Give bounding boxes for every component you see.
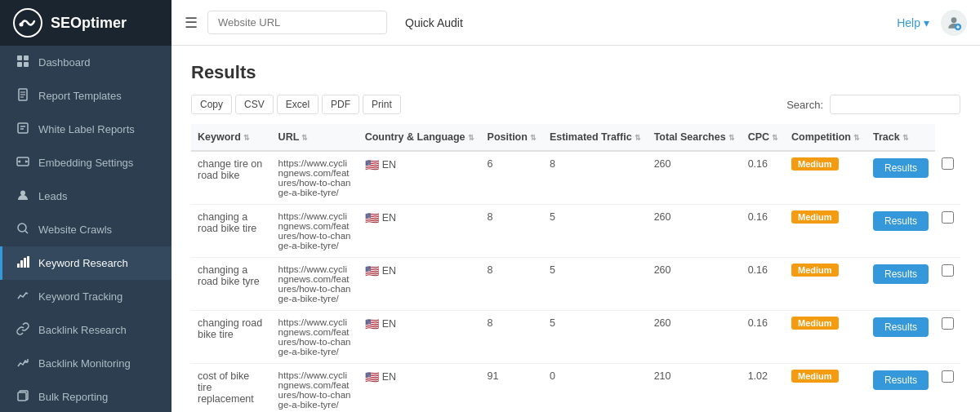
- track-cell: [935, 364, 960, 413]
- results-button[interactable]: Results: [873, 211, 929, 231]
- svg-rect-21: [18, 392, 26, 401]
- country-cell: 🇺🇸EN: [359, 311, 481, 364]
- keyword-cell: change tire on road bike: [191, 151, 272, 205]
- sidebar-item-embedding-settings[interactable]: Embedding Settings: [0, 146, 172, 179]
- position-cell: 91: [481, 364, 543, 413]
- svg-point-12: [20, 191, 25, 196]
- hamburger-icon[interactable]: ☰: [185, 14, 198, 32]
- sidebar-item-keyword-research[interactable]: Keyword Research: [0, 246, 172, 280]
- competition-badge: Medium: [791, 264, 839, 277]
- col-header-cpc[interactable]: CPC⇅: [742, 124, 785, 151]
- url-input[interactable]: [207, 11, 387, 34]
- language-label: EN: [382, 159, 396, 171]
- col-header-estimated-traffic[interactable]: Estimated Traffic⇅: [543, 124, 648, 151]
- cpc-cell: 0.16: [742, 258, 785, 311]
- sidebar-item-label: Embedding Settings: [38, 157, 133, 169]
- sidebar-nav: DashboardReport TemplatesWhite Label Rep…: [0, 46, 172, 412]
- search-bar: Search:: [786, 95, 960, 114]
- sidebar-item-backlink-research[interactable]: Backlink Research: [0, 313, 172, 347]
- table-row: changing road bike tire https://www.cycl…: [191, 311, 960, 364]
- sidebar-item-keyword-tracking[interactable]: Keyword Tracking: [0, 280, 172, 313]
- competition-cell: Medium: [785, 258, 866, 311]
- sidebar-item-bulk-reporting[interactable]: Bulk Reporting: [0, 380, 172, 412]
- sidebar-item-white-label-reports[interactable]: White Label Reports: [0, 113, 172, 146]
- track-checkbox[interactable]: [942, 264, 954, 277]
- country-cell: 🇺🇸EN: [359, 151, 481, 205]
- col-header-competition[interactable]: Competition⇅: [785, 124, 866, 151]
- backlink-monitoring-icon: [16, 356, 30, 371]
- sidebar-item-label: Bulk Reporting: [38, 391, 108, 403]
- results-button[interactable]: Results: [873, 158, 929, 178]
- track-cell: [935, 151, 960, 205]
- col-header-position[interactable]: Position⇅: [481, 124, 543, 151]
- svg-rect-2: [17, 55, 22, 60]
- track-checkbox[interactable]: [942, 317, 954, 330]
- results-button[interactable]: Results: [873, 264, 929, 284]
- results-table: Keyword⇅URL⇅Country & Language⇅Position⇅…: [191, 124, 960, 412]
- results-cell: Results: [866, 205, 935, 258]
- keyword-cell: changing a road bike tire: [191, 205, 272, 258]
- svg-rect-10: [18, 123, 28, 133]
- searches-cell: 260: [648, 311, 742, 364]
- sidebar-item-label: Leads: [38, 190, 67, 202]
- report-templates-icon: [16, 88, 30, 104]
- sidebar-item-dashboard[interactable]: Dashboard: [0, 46, 172, 79]
- track-checkbox[interactable]: [942, 157, 954, 170]
- sidebar-item-label: Dashboard: [38, 56, 91, 69]
- sidebar-item-backlink-monitoring[interactable]: Backlink Monitoring: [0, 347, 172, 380]
- cpc-cell: 0.16: [742, 205, 785, 258]
- backlink-research-icon: [16, 322, 30, 338]
- col-header-url[interactable]: URL⇅: [272, 124, 359, 151]
- results-cell: Results: [866, 311, 935, 364]
- country-cell: 🇺🇸EN: [359, 258, 481, 311]
- cpc-cell: 0.16: [742, 151, 785, 205]
- export-pdf-button[interactable]: PDF: [322, 95, 359, 114]
- search-input[interactable]: [830, 95, 960, 114]
- results-button[interactable]: Results: [873, 370, 929, 390]
- export-csv-button[interactable]: CSV: [235, 95, 274, 114]
- search-label: Search:: [786, 99, 823, 111]
- flag-icon: 🇺🇸: [365, 317, 379, 330]
- sidebar-item-leads[interactable]: Leads: [0, 179, 172, 213]
- results-cell: Results: [866, 364, 935, 413]
- quick-audit-button[interactable]: Quick Audit: [397, 11, 471, 34]
- flag-icon: 🇺🇸: [365, 370, 379, 383]
- help-label: Help: [897, 16, 920, 29]
- keyword-tracking-icon: [16, 289, 30, 304]
- flag-icon: 🇺🇸: [365, 158, 379, 171]
- track-cell: [935, 258, 960, 311]
- track-cell: [935, 205, 960, 258]
- user-avatar[interactable]: [941, 10, 967, 36]
- help-button[interactable]: Help ▾: [897, 16, 929, 29]
- svg-point-1: [20, 23, 24, 27]
- export-buttons: CopyCSVExcelPDFPrint: [191, 95, 401, 114]
- svg-rect-4: [17, 62, 22, 67]
- col-header-keyword[interactable]: Keyword⇅: [191, 124, 272, 151]
- export-copy-button[interactable]: Copy: [191, 95, 232, 114]
- export-print-button[interactable]: Print: [363, 95, 401, 114]
- svg-rect-17: [24, 258, 26, 268]
- table-header: Keyword⇅URL⇅Country & Language⇅Position⇅…: [191, 124, 960, 151]
- track-checkbox[interactable]: [942, 211, 954, 224]
- position-cell: 8: [481, 205, 543, 258]
- sidebar-item-label: Keyword Research: [38, 257, 128, 269]
- sidebar-item-label: Keyword Tracking: [38, 290, 122, 303]
- col-header-country--language[interactable]: Country & Language⇅: [359, 124, 481, 151]
- content-area: Results CopyCSVExcelPDFPrint Search: Key…: [172, 46, 980, 412]
- sidebar-item-report-templates[interactable]: Report Templates: [0, 79, 172, 113]
- results-button[interactable]: Results: [873, 317, 929, 337]
- svg-rect-5: [24, 62, 29, 67]
- sidebar-item-website-crawls[interactable]: Website Crawls: [0, 213, 172, 246]
- bulk-reporting-icon: [16, 389, 30, 405]
- col-header-total-searches[interactable]: Total Searches⇅: [648, 124, 742, 151]
- export-excel-button[interactable]: Excel: [277, 95, 318, 114]
- url-cell: https://www.cyclingnews.com/features/how…: [272, 151, 359, 205]
- col-header-track[interactable]: Track⇅: [866, 124, 935, 151]
- sidebar-item-label: Backlink Monitoring: [38, 357, 131, 370]
- flag-icon: 🇺🇸: [365, 211, 379, 224]
- svg-line-14: [25, 231, 28, 233]
- competition-cell: Medium: [785, 151, 866, 205]
- topbar: ☰ Quick Audit Help ▾: [172, 0, 980, 46]
- sidebar-item-label: Website Crawls: [38, 224, 112, 236]
- track-checkbox[interactable]: [942, 370, 954, 383]
